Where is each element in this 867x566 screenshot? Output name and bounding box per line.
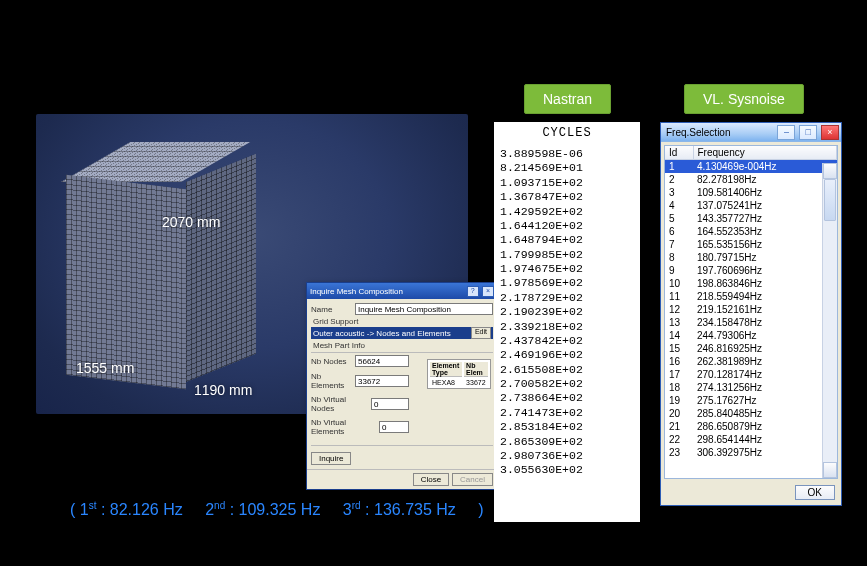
freq-table[interactable]: Id Frequency 14.130469e-004Hz282.278198H…: [665, 146, 837, 459]
table-row[interactable]: 5143.357727Hz: [665, 212, 837, 225]
col-id[interactable]: Id: [665, 146, 693, 160]
nb-nodes-input[interactable]: [355, 355, 409, 367]
row-frequency: 275.17627Hz: [693, 394, 837, 407]
minimize-icon[interactable]: –: [777, 125, 795, 140]
row-id: 5: [665, 212, 693, 225]
table-row[interactable]: 22298.654144Hz: [665, 433, 837, 446]
dialog-titlebar[interactable]: Inquire Mesh Composition ? ×: [307, 283, 497, 299]
row-frequency: 285.840485Hz: [693, 407, 837, 420]
nb-elements-input[interactable]: [355, 375, 409, 387]
freq-titlebar[interactable]: Freq.Selection – □ ×: [661, 123, 841, 142]
row-frequency: 143.357727Hz: [693, 212, 837, 225]
cancel-button: Cancel: [452, 473, 493, 486]
mesh-viewport[interactable]: 2070 mm 1555 mm 1190 mm Inquire Mesh Com…: [36, 114, 468, 414]
row-id: 7: [665, 238, 693, 251]
row-id: 12: [665, 303, 693, 316]
nb-vnodes-input[interactable]: [371, 398, 409, 410]
table-row[interactable]: 16262.381989Hz: [665, 355, 837, 368]
close-button[interactable]: Close: [413, 473, 449, 486]
close-icon[interactable]: ×: [482, 286, 494, 297]
nb-elements-label: Nb Elements: [311, 372, 355, 390]
name-label: Name: [311, 305, 355, 314]
table-row[interactable]: 10198.863846Hz: [665, 277, 837, 290]
freq-body: Id Frequency 14.130469e-004Hz282.278198H…: [664, 145, 838, 479]
row-id: 23: [665, 446, 693, 459]
cycles-value: 2.615508E+02: [500, 363, 634, 377]
cycles-value: 2.980736E+02: [500, 449, 634, 463]
table-row[interactable]: 20285.840485Hz: [665, 407, 837, 420]
row-id: 3: [665, 186, 693, 199]
sysnoise-tag: VL. Sysnoise: [684, 84, 804, 114]
dimension-depth: 1190 mm: [194, 382, 252, 398]
row-frequency: 82.278198Hz: [693, 173, 837, 186]
inquire-mesh-dialog[interactable]: Inquire Mesh Composition ? × Name Grid S…: [306, 282, 498, 490]
ok-button[interactable]: OK: [795, 485, 835, 500]
cycles-value: 1.367847E+02: [500, 190, 634, 204]
table-row[interactable]: 13234.158478Hz: [665, 316, 837, 329]
nb-velems-input[interactable]: [379, 421, 409, 433]
table-row[interactable]: 21286.650879Hz: [665, 420, 837, 433]
close-icon[interactable]: ×: [821, 125, 839, 140]
row-frequency: 4.130469e-004Hz: [693, 160, 837, 174]
row-id: 20: [665, 407, 693, 420]
cycles-value: 8.214569E+01: [500, 161, 634, 175]
row-id: 16: [665, 355, 693, 368]
row-id: 17: [665, 368, 693, 381]
table-row[interactable]: 18274.131256Hz: [665, 381, 837, 394]
elem-type-header: Element Type: [430, 362, 462, 377]
table-row[interactable]: 8180.79715Hz: [665, 251, 837, 264]
cycles-value: 1.648794E+02: [500, 233, 634, 247]
row-frequency: 234.158478Hz: [693, 316, 837, 329]
mesh-box: [66, 142, 256, 382]
scrollbar-thumb[interactable]: [824, 179, 836, 221]
nb-elem-value: 33672: [464, 379, 488, 386]
row-frequency: 274.131256Hz: [693, 381, 837, 394]
cycles-value: 2.469196E+02: [500, 348, 634, 362]
cycles-value: 2.339218E+02: [500, 320, 634, 334]
row-id: 2: [665, 173, 693, 186]
freq-scrollbar[interactable]: [822, 163, 837, 478]
freq-selection-window[interactable]: Freq.Selection – □ × Id Frequency 14.130…: [660, 122, 842, 506]
table-row[interactable]: 23306.392975Hz: [665, 446, 837, 459]
row-frequency: 137.075241Hz: [693, 199, 837, 212]
row-id: 6: [665, 225, 693, 238]
row-frequency: 270.128174Hz: [693, 368, 837, 381]
freq-title: Freq.Selection: [666, 127, 730, 138]
edit-button[interactable]: Edit: [471, 327, 491, 339]
table-row[interactable]: 7165.535156Hz: [665, 238, 837, 251]
table-row[interactable]: 15246.816925Hz: [665, 342, 837, 355]
grid-support-selection[interactable]: Outer acoustic -> Nodes and Elements Edi…: [311, 327, 493, 339]
help-icon[interactable]: ?: [467, 286, 479, 297]
row-frequency: 286.650879Hz: [693, 420, 837, 433]
row-id: 10: [665, 277, 693, 290]
table-row[interactable]: 12219.152161Hz: [665, 303, 837, 316]
dialog-title: Inquire Mesh Composition: [310, 287, 403, 296]
col-frequency[interactable]: Frequency: [693, 146, 837, 160]
inquire-button[interactable]: Inquire: [311, 452, 351, 465]
table-row[interactable]: 11218.559494Hz: [665, 290, 837, 303]
row-id: 22: [665, 433, 693, 446]
cycles-value: 2.700582E+02: [500, 377, 634, 391]
nb-nodes-label: Nb Nodes: [311, 357, 355, 366]
row-id: 4: [665, 199, 693, 212]
table-row[interactable]: 14.130469e-004Hz: [665, 160, 837, 174]
cycles-value: 2.190239E+02: [500, 305, 634, 319]
row-id: 15: [665, 342, 693, 355]
table-row[interactable]: 9197.760696Hz: [665, 264, 837, 277]
table-row[interactable]: 17270.128174Hz: [665, 368, 837, 381]
table-row[interactable]: 14244.79306Hz: [665, 329, 837, 342]
table-row[interactable]: 4137.075241Hz: [665, 199, 837, 212]
table-row[interactable]: 282.278198Hz: [665, 173, 837, 186]
cycles-value: 3.889598E-06: [500, 147, 634, 161]
cycles-title: CYCLES: [500, 126, 634, 141]
cycles-panel: CYCLES 3.889598E-068.214569E+011.093715E…: [494, 122, 640, 522]
maximize-icon[interactable]: □: [799, 125, 817, 140]
table-row[interactable]: 19275.17627Hz: [665, 394, 837, 407]
table-row[interactable]: 6164.552353Hz: [665, 225, 837, 238]
elem-type-value: HEXA8: [430, 379, 462, 386]
table-row[interactable]: 3109.581406Hz: [665, 186, 837, 199]
name-input[interactable]: [355, 303, 493, 315]
cycles-value: 1.978569E+02: [500, 276, 634, 290]
row-id: 18: [665, 381, 693, 394]
row-id: 9: [665, 264, 693, 277]
